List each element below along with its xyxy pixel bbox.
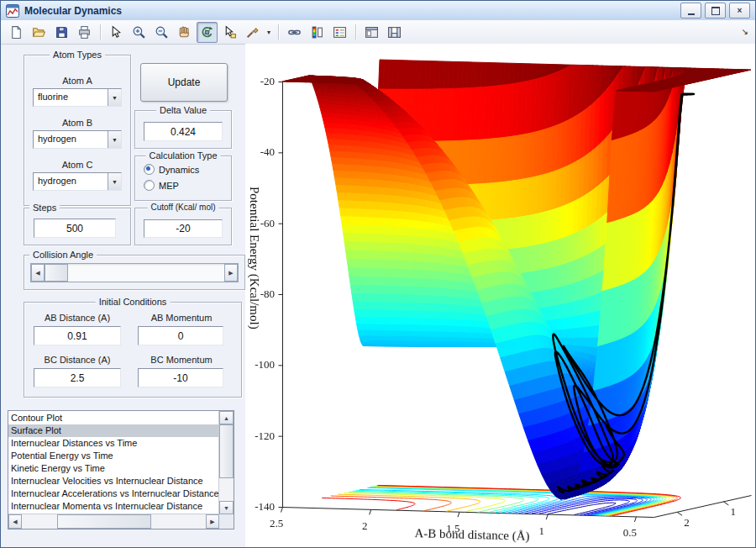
vertical-scroll-thumb[interactable] — [219, 424, 234, 478]
list-item[interactable]: Internuclear Velocities vs Internuclear … — [8, 475, 219, 487]
window-title: Molecular Dynamics — [24, 5, 677, 17]
zoom-out-icon — [155, 25, 169, 40]
list-item[interactable]: Kinetic Energy vs Time — [8, 462, 219, 475]
new-file-icon — [9, 25, 24, 40]
pan-button[interactable] — [174, 22, 195, 43]
atom-b-label: Atom B — [24, 118, 130, 128]
list-item[interactable]: Internuclear Distances vs Time — [8, 437, 219, 450]
atom-a-label: Atom A — [24, 76, 130, 86]
ab-distance-label: AB Distance (A) — [31, 313, 123, 323]
ab-distance-input[interactable]: 0.91 — [34, 326, 121, 345]
toolbar-separator — [278, 24, 279, 40]
hide-plot-tools-icon — [365, 25, 379, 40]
edit-plot-button[interactable] — [106, 22, 127, 43]
scroll-down-arrow[interactable]: ▼ — [219, 501, 234, 514]
list-item[interactable]: Internuclear Momenta vs Internuclear Dis… — [8, 500, 219, 513]
horizontal-scrollbar[interactable]: ◀ ▶ — [8, 514, 219, 529]
toolbar-overflow-icon[interactable]: ↘ — [742, 27, 748, 36]
hide-plot-tools-button[interactable] — [361, 22, 382, 43]
atom-b-select[interactable]: hydrogen ▼ — [33, 130, 122, 149]
maximize-button[interactable] — [705, 3, 726, 18]
title-bar[interactable]: Molecular Dynamics × — [1, 1, 755, 21]
slider-right-arrow[interactable]: ▶ — [224, 264, 238, 282]
brush-dropdown-caret[interactable]: ▾ — [265, 23, 273, 42]
cutoff-panel: Cutoff (Kcal/ mol) -20 — [134, 208, 232, 245]
radio-unselected-icon — [144, 180, 155, 191]
scroll-left-arrow[interactable]: ◀ — [8, 514, 22, 529]
radio-selected-icon — [144, 164, 155, 175]
atom-a-value: fluorine — [34, 89, 108, 106]
atom-c-select[interactable]: hydrogen ▼ — [33, 172, 122, 191]
close-button[interactable]: × — [729, 3, 750, 18]
insert-legend-icon — [333, 25, 347, 40]
minimize-icon — [688, 13, 695, 15]
slider-thumb[interactable] — [45, 264, 68, 282]
rotate-3d-button[interactable] — [197, 22, 218, 43]
cutoff-input[interactable]: -20 — [144, 219, 223, 238]
list-item[interactable]: Contour Plot — [8, 412, 219, 424]
vertical-scrollbar[interactable]: ▲ ▼ — [218, 411, 234, 514]
collision-angle-panel: Collision Angle ◀ ▶ — [24, 255, 245, 290]
initial-conditions-title: Initial Conditions — [96, 297, 171, 307]
link-plot-button[interactable] — [284, 22, 305, 43]
radio-mep-label: MEP — [159, 181, 179, 191]
print-icon — [77, 25, 92, 40]
delta-value-input[interactable]: 0.424 — [144, 122, 223, 141]
data-cursor-button[interactable] — [219, 22, 240, 43]
brush-button[interactable] — [242, 22, 263, 43]
dropdown-arrow-icon: ▼ — [108, 131, 121, 148]
insert-colorbar-icon — [310, 25, 324, 40]
steps-panel: Steps 500 — [24, 208, 131, 245]
save-button[interactable] — [51, 22, 72, 43]
list-item[interactable]: Internuclear Accelerations vs Internucle… — [8, 487, 219, 500]
save-floppy-icon — [55, 25, 69, 40]
steps-input[interactable]: 500 — [34, 219, 116, 238]
pan-hand-icon — [177, 25, 192, 40]
collision-angle-slider[interactable]: ◀ ▶ — [30, 263, 239, 282]
surface-plot-canvas[interactable] — [245, 44, 756, 547]
open-folder-icon — [32, 25, 46, 40]
plot-area: A-B bond distance (Å) Potential Energy (… — [245, 44, 756, 547]
brush-icon — [245, 25, 260, 40]
atom-a-select[interactable]: fluorine ▼ — [33, 88, 122, 107]
scrollbar-corner — [219, 514, 234, 529]
plot-type-list: Contour Plot Surface Plot Internuclear D… — [8, 412, 219, 514]
scroll-up-arrow[interactable]: ▲ — [219, 411, 234, 424]
app-window: Molecular Dynamics × ▾ ↘ Atom Types Atom… — [0, 0, 756, 548]
link-plot-icon — [287, 25, 302, 40]
atom-b-value: hydrogen — [34, 131, 108, 148]
ab-momentum-label: AB Momentum — [135, 313, 228, 323]
list-item-selected[interactable]: Surface Plot — [8, 424, 219, 437]
bc-distance-input[interactable]: 2.5 — [34, 368, 121, 387]
bc-momentum-input[interactable]: -10 — [138, 368, 223, 387]
radio-mep[interactable]: MEP — [144, 180, 179, 191]
rotate-3d-icon — [200, 25, 214, 40]
zoom-in-button[interactable] — [129, 22, 150, 43]
open-file-button[interactable] — [29, 22, 50, 43]
update-button[interactable]: Update — [140, 63, 228, 102]
atom-types-title: Atom Types — [50, 50, 105, 60]
data-cursor-icon — [223, 25, 237, 40]
list-item[interactable]: Potential Energy vs Time — [8, 450, 219, 462]
bc-distance-label: BC Distance (A) — [31, 355, 123, 365]
slider-left-arrow[interactable]: ◀ — [31, 264, 45, 282]
new-file-button[interactable] — [6, 22, 27, 43]
scroll-right-arrow[interactable]: ▶ — [206, 514, 219, 529]
delta-value-panel: Delta Value 0.424 — [134, 110, 232, 149]
show-plot-tools-button[interactable] — [384, 22, 405, 43]
radio-dynamics[interactable]: Dynamics — [144, 164, 199, 175]
toolbar-separator — [355, 24, 356, 40]
maximize-icon — [711, 7, 720, 15]
calculation-type-panel: Calculation Type Dynamics MEP — [134, 155, 232, 201]
radio-dynamics-label: Dynamics — [159, 165, 199, 175]
close-icon: × — [738, 7, 743, 15]
insert-colorbar-button[interactable] — [307, 22, 328, 43]
minimize-button[interactable] — [680, 3, 701, 18]
print-button[interactable] — [74, 22, 95, 43]
initial-conditions-panel: Initial Conditions AB Distance (A) AB Mo… — [24, 302, 242, 398]
zoom-out-button[interactable] — [151, 22, 172, 43]
insert-legend-button[interactable] — [329, 22, 350, 43]
z-axis-label: Potential Energy (Kcal/mol) — [247, 187, 261, 414]
horizontal-scroll-thumb[interactable] — [57, 514, 151, 529]
ab-momentum-input[interactable]: 0 — [138, 326, 223, 345]
